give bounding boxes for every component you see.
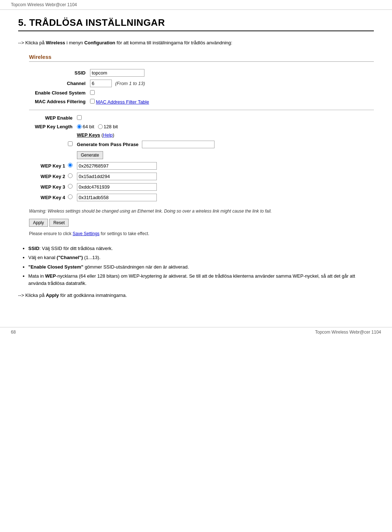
wep-key4-label: WEP Key 4 (33, 192, 75, 203)
wep-key2-input[interactable] (77, 173, 157, 180)
save-line-suffix: for settings to take effect. (99, 231, 149, 236)
bullet-channel-suffix: (1...13). (83, 255, 100, 260)
intro-prefix: --> Klicka på (18, 40, 46, 45)
bullet-wep: Mata in WEP-nycklarna (64 eller 128 bita… (28, 273, 374, 287)
bullet-list: SSID: Välj SSID för ditt trådlösa nätver… (18, 245, 374, 287)
generate-passphrase-empty (33, 139, 75, 150)
ssid-label: SSID (33, 68, 88, 78)
footer-page-number: 68 (11, 330, 16, 335)
wep-form-table: WEP Enable WEP Key Length 64 bit (33, 114, 217, 203)
wep-key1-label-text: WEP Key 1 (41, 163, 65, 169)
bullet-channel-bold: ("Channel") (57, 255, 83, 260)
page-title: 5. TRÅDLÖSA INSTÄLLNINGAR (18, 17, 374, 31)
ssid-value-cell (88, 68, 151, 78)
wep-keys-empty-cell (33, 131, 75, 139)
wep-enable-value-cell (75, 114, 217, 122)
save-settings-link[interactable]: Save Settings (73, 231, 99, 236)
section-divider (29, 110, 374, 110)
wep-enable-row: WEP Enable (33, 114, 217, 122)
wep-key2-label-text: WEP Key 2 (41, 174, 65, 179)
generate-btn-cell: Generate (75, 150, 217, 161)
mac-filter-label: MAC Address Filtering (33, 97, 88, 106)
bullet-enable-closed-text: gömmer SSID-utsändningen när den är akti… (83, 264, 189, 270)
ssid-input[interactable] (90, 69, 144, 77)
page-footer: 68 Topcom Wireless Webr@cer 1104 (0, 327, 392, 337)
save-link-line: Please ensure to click Save Settings for… (29, 231, 374, 236)
enable-closed-value-cell (88, 89, 151, 97)
mac-filter-link[interactable]: MAC Address Filter Table (96, 99, 149, 105)
bullet-wep-bold: WEP (45, 273, 56, 279)
bullet-wep-text: -nycklarna (64 eller 128 bitars) om WEP-… (28, 273, 355, 286)
wep-key4-label-text: WEP Key 4 (41, 195, 65, 200)
page-header: Topcom Wireless Webr@cer 1104 (0, 0, 392, 10)
radio-128bit-label: 128 bit (98, 124, 118, 129)
save-line-prefix: Please ensure to click (29, 231, 73, 236)
apply-button[interactable]: Apply (29, 219, 48, 227)
intro-middle: i menyn (65, 40, 85, 45)
channel-value-cell: (From 1 to 13) (88, 78, 151, 89)
enable-closed-row: Enable Closed System (33, 89, 151, 97)
wep-key4-input[interactable] (77, 194, 157, 201)
generate-passphrase-row: Generate from Pass Phrase (33, 139, 217, 150)
channel-row: Channel (From 1 to 13) (33, 78, 151, 89)
wep-key3-radio[interactable] (68, 184, 73, 189)
wep-key3-row: WEP Key 3 (33, 182, 217, 192)
bottom-note-prefix: --> Klicka på (18, 293, 46, 298)
wep-key3-label: WEP Key 3 (33, 182, 75, 192)
bullet-channel-prefix: Välj en kanal (28, 255, 57, 260)
channel-hint: (From 1 to 13) (115, 81, 145, 86)
generate-passphrase-checkbox[interactable] (68, 141, 73, 146)
button-row: Apply Reset (29, 219, 374, 227)
bottom-note-suffix: för att godkänna inmatningarna. (59, 293, 127, 298)
wep-key-length-value-cell: 64 bit 128 bit (75, 122, 217, 131)
intro-config-bold: Configuration (84, 40, 115, 45)
wep-key3-value-cell (75, 182, 217, 192)
channel-label: Channel (33, 78, 88, 89)
bottom-note-apply-bold: Apply (46, 293, 59, 298)
enable-closed-label: Enable Closed System (33, 89, 88, 97)
bullet-ssid: SSID: Välj SSID för ditt trådlösa nätver… (28, 245, 374, 252)
wep-key4-radio[interactable] (68, 194, 73, 199)
wep-key3-input[interactable] (77, 183, 157, 191)
wireless-panel: Wireless SSID Channel (From 1 to 13) Ena… (29, 54, 374, 236)
wep-enable-label: WEP Enable (33, 114, 75, 122)
radio-64bit[interactable] (77, 124, 82, 129)
bullet-enable-closed: "Enable Closed System" gömmer SSID-utsän… (28, 263, 374, 271)
wep-enable-checkbox[interactable] (77, 115, 82, 120)
page-content: 5. TRÅDLÖSA INSTÄLLNINGAR --> Klicka på … (0, 10, 392, 313)
wep-key1-radio[interactable] (68, 163, 73, 168)
enable-closed-checkbox[interactable] (90, 90, 95, 95)
wep-key1-input[interactable] (77, 162, 157, 170)
channel-input[interactable] (90, 80, 112, 87)
wep-key2-row: WEP Key 2 (33, 171, 217, 182)
radio-64bit-text: 64 bit (83, 124, 94, 129)
generate-button[interactable]: Generate (77, 151, 103, 159)
radio-128bit-text: 128 bit (104, 124, 118, 129)
passphrase-input[interactable] (142, 141, 215, 148)
wep-keys-paren-close: ) (113, 132, 114, 138)
wep-keys-help-link[interactable]: Help (103, 132, 113, 138)
wireless-panel-title: Wireless (29, 54, 374, 60)
mac-filter-value-cell: MAC Address Filter Table (88, 97, 151, 106)
wep-key-length-row: WEP Key Length 64 bit 128 bit (33, 122, 217, 131)
wep-key2-radio[interactable] (68, 173, 73, 178)
generate-passphrase-label: Generate from Pass Phrase (77, 142, 139, 147)
mac-filter-checkbox[interactable] (90, 99, 95, 104)
bottom-note: --> Klicka på Apply för att godkänna inm… (18, 293, 374, 298)
wep-key1-row: WEP Key 1 (33, 161, 217, 171)
wep-key1-label: WEP Key 1 (33, 161, 75, 171)
top-divider (29, 61, 374, 62)
wep-key4-row: WEP Key 4 (33, 192, 217, 203)
wep-key2-label: WEP Key 2 (33, 171, 75, 182)
radio-128bit[interactable] (98, 124, 103, 129)
wep-keys-label-cell: WEP Keys (Help) (75, 131, 217, 139)
intro-suffix: för att komma till inställningarna för t… (115, 40, 232, 45)
ssid-row: SSID (33, 68, 151, 78)
bullet-ssid-bold: SSID (28, 246, 39, 251)
intro-line: --> Klicka på Wireless i menyn Configura… (18, 39, 374, 47)
wep-key-length-radios: 64 bit 128 bit (77, 124, 215, 129)
reset-button[interactable]: Reset (49, 219, 69, 227)
wep-key1-value-cell (75, 161, 217, 171)
bullet-ssid-text: : Välj SSID för ditt trådlösa nätverk. (39, 246, 113, 251)
generate-passphrase-cell: Generate from Pass Phrase (75, 139, 217, 150)
